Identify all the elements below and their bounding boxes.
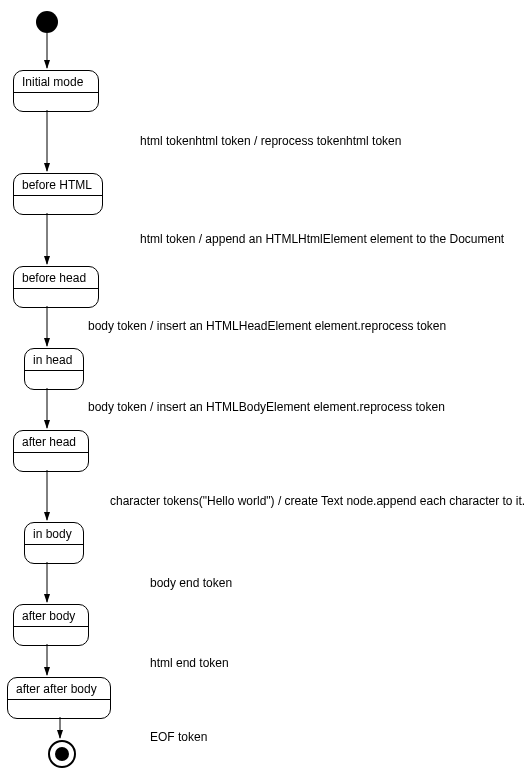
state-after-body: after body (13, 604, 89, 646)
transition-label: body token / insert an HTMLHeadElement e… (88, 319, 446, 333)
state-label: in head (33, 353, 75, 370)
final-state (48, 740, 76, 768)
state-before-head: before head (13, 266, 99, 308)
state-label: after body (22, 609, 80, 626)
transition-label: html token / append an HTMLHtmlElement e… (140, 232, 504, 246)
state-label: before HTML (22, 178, 94, 195)
state-before-html: before HTML (13, 173, 103, 215)
state-label: before head (22, 271, 90, 288)
state-after-after-body: after after body (7, 677, 111, 719)
state-label: after after body (16, 682, 102, 699)
transition-label: character tokens("Hello world") / create… (110, 494, 525, 508)
transition-label: body token / insert an HTMLBodyElement e… (88, 400, 445, 414)
state-in-body: in body (24, 522, 84, 564)
transition-label: EOF token (150, 730, 207, 744)
transition-label: body end token (150, 576, 232, 590)
state-diagram: Initial mode before HTML before head in … (0, 0, 532, 769)
state-in-head: in head (24, 348, 84, 390)
state-label: after head (22, 435, 80, 452)
state-initial-mode: Initial mode (13, 70, 99, 112)
transition-label: html tokenhtml token / reprocess tokenht… (140, 134, 401, 148)
transition-label: html end token (150, 656, 229, 670)
state-after-head: after head (13, 430, 89, 472)
initial-pseudostate (36, 11, 58, 33)
state-label: Initial mode (22, 75, 90, 92)
state-label: in body (33, 527, 75, 544)
